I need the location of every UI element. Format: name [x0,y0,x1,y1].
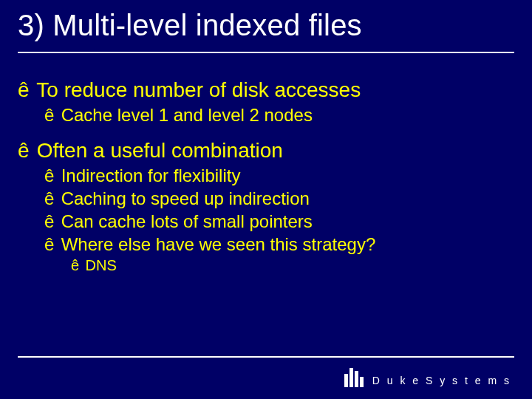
bullet-text: To reduce number of disk accesses [36,78,361,101]
footer-brand-text: D u k e S y s t e m s [372,375,511,387]
bullet-mark-icon: ê [71,257,81,274]
bullet-mark-icon: ê [44,234,56,255]
bullet-l2: ê Caching to speed up indirection [44,188,510,209]
slide-content: ê To reduce number of disk accesses ê Ca… [18,74,510,276]
bullet-text: Can cache lots of small pointers [61,211,313,231]
bullet-mark-icon: ê [18,139,31,163]
bullet-mark-icon: ê [18,78,31,102]
bullet-l2: ê Where else have we seen this strategy? [44,234,510,255]
bullet-text: Cache level 1 and level 2 nodes [61,105,313,125]
logo-bar [355,371,358,387]
bullet-mark-icon: ê [44,188,56,209]
bullet-mark-icon: ê [44,211,56,232]
bullet-text: DNS [86,257,117,273]
bullet-mark-icon: ê [44,166,56,186]
bullet-l1: ê To reduce number of disk accesses [18,78,510,102]
bullet-l2: ê Indirection for flexibility [44,166,510,186]
logo-bar [344,374,348,387]
title-divider [18,52,514,53]
bullet-text: Indirection for flexibility [61,166,241,185]
bullet-text: Where else have we seen this strategy? [61,234,376,254]
slide-title: 3) Multi-level indexed files [18,9,362,42]
logo-bar [360,377,364,387]
bullet-l3: ê DNS [71,257,510,274]
bullet-l1: ê Often a useful combination [18,139,510,163]
bullet-l2: ê Can cache lots of small pointers [44,211,510,232]
logo-bar [349,368,353,387]
footer-divider [18,356,514,358]
bullet-mark-icon: ê [44,105,56,126]
footer: D u k e S y s t e m s [344,366,511,387]
bullet-l2: ê Cache level 1 and level 2 nodes [44,105,510,126]
slide: 3) Multi-level indexed files ê To reduce… [0,0,532,399]
duke-logo-icon [344,366,364,387]
bullet-text: Often a useful combination [37,139,283,162]
bullet-text: Caching to speed up indirection [61,188,310,208]
